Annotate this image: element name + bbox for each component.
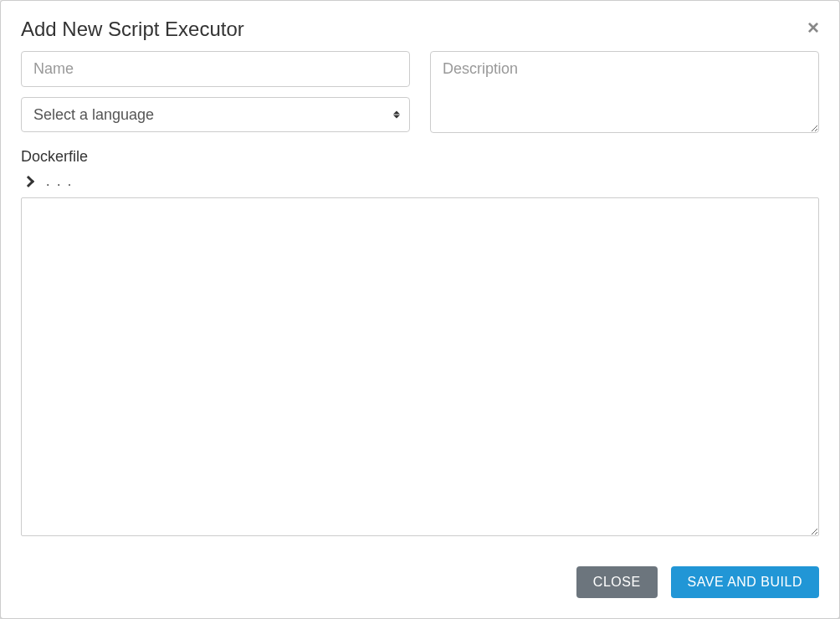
dockerfile-editor[interactable] bbox=[21, 197, 819, 536]
form-col-left: Select a language bbox=[21, 51, 410, 133]
modal-footer: CLOSE SAVE AND BUILD bbox=[1, 550, 839, 618]
form-col-right bbox=[430, 51, 819, 133]
chevron-right-icon bbox=[23, 176, 34, 187]
dockerfile-section: Dockerfile . . . bbox=[21, 148, 819, 536]
description-textarea[interactable] bbox=[430, 51, 819, 133]
add-script-executor-modal: Add New Script Executor × Select a langu… bbox=[0, 0, 840, 619]
save-and-build-button[interactable]: SAVE AND BUILD bbox=[671, 566, 819, 598]
dockerfile-ellipsis: . . . bbox=[46, 174, 73, 189]
close-icon-button[interactable]: × bbox=[807, 18, 819, 38]
modal-title: Add New Script Executor bbox=[21, 18, 244, 41]
close-button[interactable]: CLOSE bbox=[576, 566, 658, 598]
modal-header: Add New Script Executor × bbox=[1, 1, 839, 51]
modal-body: Select a language Dockerfile . . . bbox=[1, 51, 839, 550]
name-input[interactable] bbox=[21, 51, 410, 87]
dockerfile-preview-toggle[interactable]: . . . bbox=[21, 171, 819, 197]
language-select[interactable]: Select a language bbox=[21, 97, 410, 132]
dockerfile-label: Dockerfile bbox=[21, 148, 819, 166]
form-row-top: Select a language bbox=[21, 51, 819, 133]
language-select-wrapper: Select a language bbox=[21, 97, 410, 132]
